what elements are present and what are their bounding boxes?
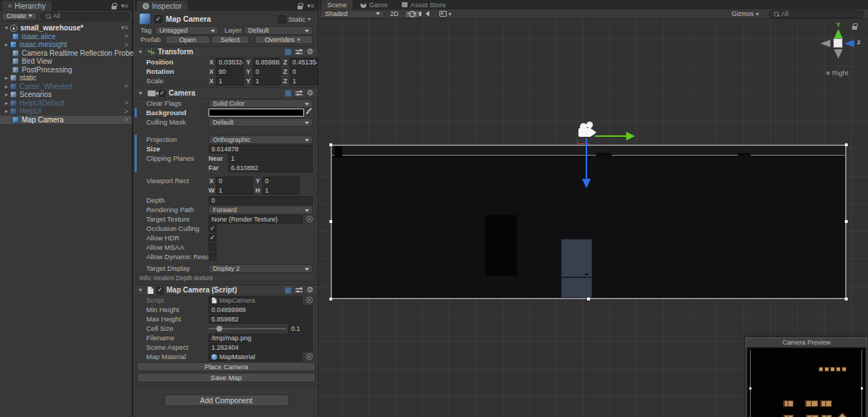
gear-icon[interactable]: ⚙ xyxy=(306,286,313,294)
tab-inspector[interactable]: i Inspector xyxy=(137,1,187,11)
presets-icon[interactable] xyxy=(295,90,303,96)
lock-icon[interactable] xyxy=(111,6,117,9)
scene-viewport[interactable]: Y z ≡ Right Camera Preview xyxy=(319,19,868,417)
gameobject-name[interactable]: Map Camera xyxy=(166,14,274,23)
effects-dropdown[interactable]: ▾ xyxy=(435,10,459,18)
reference-doc-icon[interactable] xyxy=(285,90,292,97)
axis-gray-cone-left[interactable] xyxy=(820,40,830,47)
presets-icon[interactable] xyxy=(295,49,303,55)
transform-header[interactable]: ▾ Transform ⚙ xyxy=(135,46,318,57)
presets-icon[interactable] xyxy=(295,287,303,293)
hierarchy-row[interactable]: isaac.alice > xyxy=(0,33,132,41)
foldout-open-icon[interactable]: ▾ xyxy=(139,287,145,293)
position-x-field[interactable]: 0.038324 xyxy=(216,58,244,67)
foldout-open-icon[interactable]: ▾ xyxy=(3,25,10,31)
map-camera-script-header[interactable]: ▾ ✓ Map Camera (Script) ⚙ xyxy=(135,285,318,295)
hierarchy-row[interactable]: ▸ isaac.minisight > xyxy=(0,41,132,49)
scene-menu-icon[interactable]: ▾≡ xyxy=(121,25,128,31)
gear-icon[interactable]: ⚙ xyxy=(306,48,313,56)
gizmos-dropdown[interactable]: Gizmos ▾ xyxy=(727,10,766,18)
static-dropdown-icon[interactable]: ▾ xyxy=(308,16,313,22)
selection-handle[interactable] xyxy=(845,143,848,146)
tab-hierarchy[interactable]: ≡ Hierarchy xyxy=(2,1,51,11)
object-picker-icon[interactable] xyxy=(306,353,313,360)
selection-handle[interactable] xyxy=(587,298,590,300)
tab-scene[interactable]: Scene xyxy=(321,0,353,9)
scene-search-input[interactable]: All xyxy=(769,10,864,18)
tab-game[interactable]: Game xyxy=(355,0,394,9)
chevron-right-icon[interactable]: > xyxy=(125,41,128,49)
min-height-field[interactable]: 0.04899988 xyxy=(208,306,313,314)
cell-size-field[interactable]: 0.1 xyxy=(288,324,313,333)
axis-gray-cone-down[interactable] xyxy=(834,49,843,59)
object-picker-icon[interactable] xyxy=(306,216,313,222)
orientation-gizmo[interactable]: Y z ≡ Right xyxy=(819,21,868,79)
hierarchy-row[interactable]: ▸ HelpUIDefault > xyxy=(0,99,132,108)
tab-asset-store[interactable]: Asset Store xyxy=(396,0,452,9)
prefab-select-button[interactable]: Select xyxy=(211,35,249,44)
viewport-x-field[interactable]: 0 xyxy=(216,177,253,185)
foldout-closed-icon[interactable]: ▸ xyxy=(3,75,10,81)
save-map-button[interactable]: Save Map xyxy=(137,373,316,382)
gear-icon[interactable]: ⚙ xyxy=(306,89,313,97)
position-z-field[interactable]: 0.451354 xyxy=(290,58,318,67)
move-arrow-x-head[interactable] xyxy=(626,132,635,140)
chevron-right-icon[interactable]: > xyxy=(125,33,128,40)
size-field[interactable]: 9.614878 xyxy=(208,145,313,153)
chevron-right-icon[interactable]: > xyxy=(125,83,128,90)
reference-doc-icon[interactable] xyxy=(285,287,292,294)
rendering-path-dropdown[interactable]: Forward xyxy=(208,206,313,214)
script-field[interactable]: MapCamera xyxy=(208,296,303,305)
draw-mode-dropdown[interactable]: Shaded xyxy=(321,10,384,18)
panel-menu-icon[interactable]: ▾≡ xyxy=(307,3,314,9)
axis-z-cone[interactable] xyxy=(844,40,854,47)
slider-knob[interactable] xyxy=(216,326,222,332)
hierarchy-search-input[interactable]: All xyxy=(41,12,130,20)
hierarchy-row[interactable]: ▸ Carter_Wheeled > xyxy=(0,83,132,91)
active-checkbox[interactable]: ✓ xyxy=(154,15,162,23)
max-height-field[interactable]: 5.859882 xyxy=(208,315,313,324)
camera-gizmo[interactable] xyxy=(571,102,636,189)
lock-icon[interactable] xyxy=(852,26,857,30)
chevron-right-icon[interactable]: > xyxy=(125,116,128,123)
hdr-checkbox[interactable]: ✓ xyxy=(208,234,216,242)
selection-handle[interactable] xyxy=(329,298,332,300)
hierarchy-row[interactable]: ▸ HelpUI > xyxy=(0,107,132,116)
axis-y-label[interactable]: Y xyxy=(836,21,840,28)
dynamic-resolution-checkbox[interactable] xyxy=(208,253,216,261)
scale-z-field[interactable]: 1 xyxy=(290,77,318,85)
toggle-2d-button[interactable]: 2D xyxy=(386,10,403,18)
rotation-x-field[interactable]: 90 xyxy=(216,67,244,76)
hierarchy-row[interactable]: PostProcessing xyxy=(0,66,132,75)
foldout-open-icon[interactable]: ▾ xyxy=(139,90,145,96)
move-arrow-y-head[interactable] xyxy=(582,179,591,188)
clear-flags-dropdown[interactable]: Solid Color xyxy=(208,99,313,108)
hierarchy-row[interactable]: Bird View xyxy=(0,57,132,66)
camera-enabled-checkbox[interactable]: ✓ xyxy=(159,90,166,97)
target-texture-field[interactable]: None (Render Texture) xyxy=(208,215,303,224)
selection-handle[interactable] xyxy=(845,298,848,300)
culling-mask-dropdown[interactable]: Default xyxy=(208,118,313,127)
camera-preview-window[interactable]: Camera Preview xyxy=(746,337,867,417)
scene-audio-button[interactable] xyxy=(421,10,434,18)
scale-y-field[interactable]: 1 xyxy=(253,77,281,85)
far-field[interactable]: 6.810882 xyxy=(228,164,313,172)
static-checkbox[interactable] xyxy=(278,15,286,23)
position-y-field[interactable]: 6.859882 xyxy=(253,58,281,67)
viewport-h-field[interactable]: 1 xyxy=(262,186,300,195)
eyedropper-icon[interactable] xyxy=(306,109,313,117)
cell-size-slider[interactable] xyxy=(208,324,286,333)
map-material-field[interactable]: MapMaterial xyxy=(208,353,303,361)
prefab-overrides-button[interactable]: Overrides ▾ xyxy=(255,35,313,44)
near-field[interactable]: 1 xyxy=(228,154,313,163)
rotation-y-field[interactable]: 0 xyxy=(253,67,281,76)
axis-z-label[interactable]: z xyxy=(857,38,861,46)
filename-field[interactable]: /tmp/map.png xyxy=(208,334,313,342)
foldout-closed-icon[interactable]: ▸ xyxy=(3,100,10,106)
hierarchy-row-scene[interactable]: ▾ small_warehouse* ▾≡ xyxy=(0,24,132,33)
rotation-z-field[interactable]: 0 xyxy=(290,67,318,76)
place-camera-button[interactable]: Place Camera xyxy=(137,362,316,371)
foldout-closed-icon[interactable]: ▸ xyxy=(3,108,10,114)
camera-header[interactable]: ▾ ✓ Camera ⚙ xyxy=(135,88,318,98)
foldout-closed-icon[interactable]: ▸ xyxy=(3,91,10,98)
